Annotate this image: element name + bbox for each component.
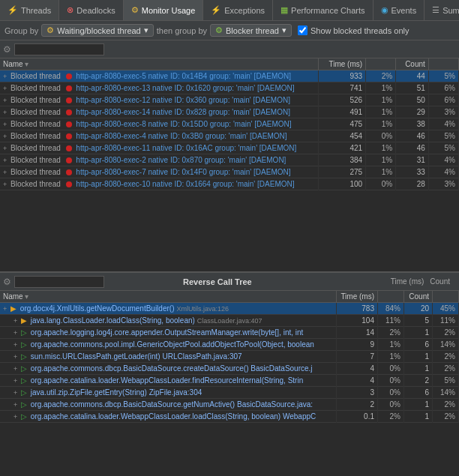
bottom-col-count: Count — [430, 277, 450, 286]
tab-perf[interactable]: ▦ Performance Charts — [273, 0, 373, 20]
call-name-cell: + ▷ org.apache.commons.pool.impl.Generic… — [0, 339, 337, 351]
thread-pct1: 1% — [366, 154, 396, 166]
call-name-cell: + ▷ org.apache.logging.log4j.core.append… — [0, 327, 337, 339]
list-item[interactable]: + ▶ java.lang.ClassLoader.loadClass(Stri… — [0, 315, 459, 327]
expand-icon[interactable]: + — [3, 133, 7, 140]
thread-name-cell: + Blocked thread http-apr-8080-exec-14 n… — [0, 106, 318, 118]
call-pct1: 0% — [378, 363, 404, 375]
call-pct2: 5% — [433, 375, 459, 387]
expand-call-icon[interactable]: + — [14, 401, 17, 409]
expand-icon[interactable]: + — [3, 73, 7, 80]
expand-call-icon[interactable]: + — [14, 377, 17, 385]
expand-call-icon[interactable]: + — [14, 329, 17, 337]
call-count: 6 — [404, 339, 433, 351]
call-col-name: Name ▾ — [0, 291, 337, 303]
expand-icon[interactable]: + — [3, 181, 7, 188]
call-col-time: Time (ms) — [337, 291, 378, 303]
list-item[interactable]: + ▷ org.apache.logging.log4j.core.append… — [0, 327, 459, 339]
col-header-count: Count — [396, 58, 429, 70]
expand-icon[interactable]: + — [3, 169, 7, 176]
group-by-dropdown[interactable]: ⚙ Waiting/blocked thread ▾ — [41, 24, 154, 37]
tab-bar: ⚡ Threads ⊗ Deadlocks ⚙ Monitor Usage ⚡ … — [0, 0, 459, 21]
thread-type: Blocked thread — [10, 108, 61, 116]
call-time: 4 — [337, 375, 378, 387]
call-pct1: 11% — [378, 315, 404, 327]
expand-call-icon[interactable]: + — [14, 341, 17, 349]
tab-exceptions[interactable]: ⚡ Exceptions — [203, 0, 273, 20]
call-time: 3 — [337, 387, 378, 399]
tab-events[interactable]: ◉ Events — [374, 0, 425, 20]
thread-name-cell: + Blocked thread http-apr-8080-exec-8 na… — [0, 118, 318, 130]
table-row[interactable]: + Blocked thread http-apr-8080-exec-10 n… — [0, 178, 459, 190]
expand-call-icon[interactable]: + — [3, 305, 7, 313]
call-pct1: 1% — [378, 351, 404, 363]
bottom-panel-toolbar: ⚙ Reverse Call Tree Time (ms) Count — [0, 273, 459, 291]
thread-name: http-apr-8080-exec-12 native ID: 0x360 g… — [76, 96, 290, 104]
expand-call-icon[interactable]: + — [14, 413, 17, 421]
call-count: 1 — [404, 399, 433, 411]
show-blocked-label[interactable]: Show blocked threads only — [298, 25, 409, 35]
table-row[interactable]: + Blocked thread http-apr-8080-exec-4 na… — [0, 130, 459, 142]
list-item[interactable]: + ▷ java.util.zip.ZipFile.getEntry(Strin… — [0, 387, 459, 399]
tab-deadlocks[interactable]: ⊗ Deadlocks — [59, 0, 123, 20]
thread-time: 384 — [318, 154, 365, 166]
call-pct1: 0% — [378, 387, 404, 399]
tab-summary[interactable]: ☰ Summary — [424, 0, 459, 20]
list-item[interactable]: + ▷ sun.misc.URLClassPath.getLoader(int)… — [0, 351, 459, 363]
thread-type: Blocked thread — [10, 180, 61, 188]
chevron-down-icon-group: ▾ — [144, 25, 148, 35]
red-dot-icon — [66, 73, 72, 79]
then-group-by-dropdown[interactable]: ⚙ Blocker thread ▾ — [210, 24, 292, 37]
table-row[interactable]: + Blocked thread http-apr-8080-exec-7 na… — [0, 166, 459, 178]
list-item[interactable]: + ▷ org.apache.catalina.loader.WebappCla… — [0, 375, 459, 387]
show-blocked-checkbox[interactable] — [298, 25, 308, 35]
list-item[interactable]: + ▷ org.apache.catalina.loader.WebappCla… — [0, 411, 459, 423]
red-dot-icon — [66, 97, 72, 103]
thread-name: http-apr-8080-exec-13 native ID: 0x1620 … — [76, 84, 294, 92]
list-item[interactable]: + ▷ org.apache.commons.dbcp.BasicDataSou… — [0, 399, 459, 411]
thread-pct1: 1% — [366, 82, 396, 94]
table-row[interactable]: + Blocked thread http-apr-8080-exec-14 n… — [0, 106, 459, 118]
thread-pct2: 5% — [428, 70, 458, 82]
search-input-bottom[interactable] — [14, 276, 104, 288]
call-type-icon: ▷ — [21, 340, 27, 349]
settings-icon-bottom[interactable]: ⚙ — [3, 277, 11, 287]
call-pct1: 2% — [378, 411, 404, 423]
expand-icon[interactable]: + — [3, 85, 7, 92]
list-item[interactable]: + ▶ org.docx4j.XmlUtils.getNewDocumentBu… — [0, 303, 459, 315]
threads-icon: ⚡ — [8, 5, 18, 15]
thread-type: Blocked thread — [10, 96, 61, 104]
group-by-label: Group by — [4, 26, 38, 35]
expand-call-icon[interactable]: + — [14, 353, 17, 361]
list-item[interactable]: + ▷ org.apache.commons.dbcp.BasicDataSou… — [0, 363, 459, 375]
list-item[interactable]: + ▷ org.apache.commons.pool.impl.Generic… — [0, 339, 459, 351]
table-row[interactable]: + Blocked thread http-apr-8080-exec-12 n… — [0, 94, 459, 106]
thread-time: 100 — [318, 178, 365, 190]
call-pct2: 45% — [433, 303, 459, 315]
call-type-icon: ▷ — [21, 412, 27, 421]
table-row[interactable]: + Blocked thread http-apr-8080-exec-13 n… — [0, 82, 459, 94]
expand-icon[interactable]: + — [3, 157, 7, 164]
bottom-panel-title: Reverse Call Tree — [107, 277, 328, 286]
table-row[interactable]: + Blocked thread http-apr-8080-exec-5 na… — [0, 70, 459, 82]
expand-icon[interactable]: + — [3, 109, 7, 116]
tab-threads[interactable]: ⚡ Threads — [0, 0, 59, 20]
search-input-top[interactable] — [14, 43, 104, 55]
call-type-icon: ▷ — [21, 376, 27, 385]
deadlocks-icon: ⊗ — [67, 5, 74, 15]
expand-icon[interactable]: + — [3, 97, 7, 104]
tab-monitor[interactable]: ⚙ Monitor Usage — [124, 0, 204, 20]
table-row[interactable]: + Blocked thread http-apr-8080-exec-2 na… — [0, 154, 459, 166]
settings-icon-top[interactable]: ⚙ — [3, 44, 11, 55]
expand-call-icon[interactable]: + — [14, 389, 17, 397]
expand-call-icon[interactable]: + — [14, 317, 17, 325]
red-dot-icon — [66, 109, 72, 115]
table-row[interactable]: + Blocked thread http-apr-8080-exec-8 na… — [0, 118, 459, 130]
call-col-count: Count — [404, 291, 433, 303]
table-row[interactable]: + Blocked thread http-apr-8080-exec-11 n… — [0, 142, 459, 154]
thread-type: Blocked thread — [10, 72, 61, 80]
call-time: 2 — [337, 399, 378, 411]
expand-call-icon[interactable]: + — [14, 365, 17, 373]
expand-icon[interactable]: + — [3, 121, 7, 128]
expand-icon[interactable]: + — [3, 145, 7, 152]
